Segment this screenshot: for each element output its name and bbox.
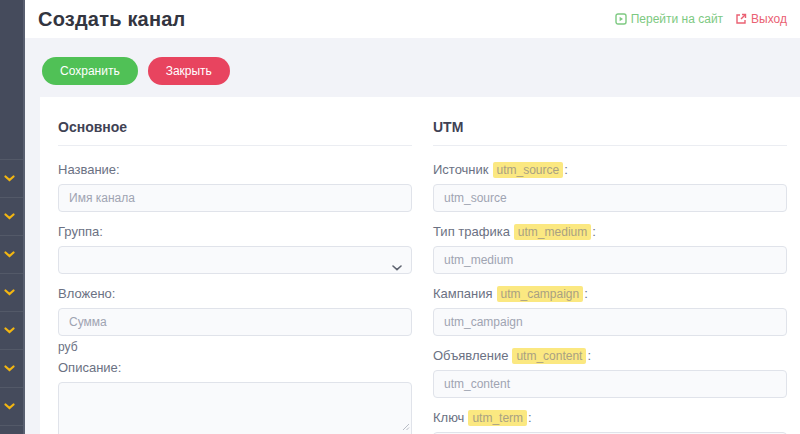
content-area: Сохранить Закрыть Основное Название: Гру… [25, 38, 800, 434]
close-button[interactable]: Закрыть [148, 57, 230, 85]
field-name: Название: [58, 162, 412, 212]
logout-link[interactable]: Выход [735, 12, 787, 26]
utm-source-input[interactable] [433, 184, 787, 212]
field-group: Группа: [58, 224, 412, 274]
description-label: Описание: [58, 360, 412, 376]
sidebar-item-3[interactable] [0, 235, 23, 273]
utm-term-label-colon: : [528, 410, 532, 425]
description-textarea[interactable] [58, 382, 412, 434]
utm-campaign-label: Кампанияutm_campaign: [433, 286, 787, 302]
utm-campaign-label-text: Кампания [433, 286, 493, 301]
field-utm-content: Объявлениеutm_content: [433, 348, 787, 398]
utm-campaign-highlight: utm_campaign [497, 286, 584, 302]
go-to-site-label: Перейти на сайт [631, 12, 723, 26]
create-channel-form-card: Основное Название: Группа: В [40, 97, 800, 434]
sidebar-item-8[interactable] [0, 425, 23, 434]
section-title-utm: UTM [433, 119, 787, 146]
utm-term-label-text: Ключ [433, 410, 464, 425]
invested-input[interactable] [58, 308, 412, 336]
utm-source-label-text: Источник [433, 162, 489, 177]
section-utm: UTM Источникutm_source: Тип трафикаutm_m… [433, 119, 787, 434]
utm-campaign-label-colon: : [584, 286, 588, 301]
chevron-down-icon [4, 365, 15, 372]
sidebar-item-4[interactable] [0, 273, 23, 311]
page-title: Создать канал [38, 8, 615, 31]
field-utm-campaign: Кампанияutm_campaign: [433, 286, 787, 336]
sidebar-item-7[interactable] [0, 387, 23, 425]
go-to-site-icon [615, 13, 627, 25]
field-utm-medium: Тип трафикаutm_medium: [433, 224, 787, 274]
chevron-down-icon [4, 213, 15, 220]
utm-content-highlight: utm_content [512, 348, 586, 364]
field-utm-term: Ключutm_term: [433, 410, 787, 434]
utm-medium-highlight: utm_medium [514, 224, 591, 240]
sidebar-top-spacer [0, 0, 23, 159]
utm-content-label: Объявлениеutm_content: [433, 348, 787, 364]
utm-medium-label: Тип трафикаutm_medium: [433, 224, 787, 240]
save-button[interactable]: Сохранить [42, 57, 138, 85]
sidebar-item-1[interactable] [0, 159, 23, 197]
section-main: Основное Название: Группа: В [58, 119, 412, 434]
logout-label: Выход [751, 12, 787, 26]
chevron-down-icon [4, 251, 15, 258]
utm-source-label: Источникutm_source: [433, 162, 787, 178]
utm-medium-input[interactable] [433, 246, 787, 274]
invested-label: Вложено: [58, 286, 412, 302]
field-utm-source: Источникutm_source: [433, 162, 787, 212]
utm-content-label-colon: : [587, 348, 591, 363]
group-select[interactable] [58, 246, 412, 274]
name-input[interactable] [58, 184, 412, 212]
main-fields: Название: Группа: Вложено: руб [58, 162, 412, 434]
utm-content-input[interactable] [433, 370, 787, 398]
action-toolbar: Сохранить Закрыть [25, 57, 800, 85]
utm-campaign-input[interactable] [433, 308, 787, 336]
chevron-down-icon [4, 289, 15, 296]
sidebar-item-2[interactable] [0, 197, 23, 235]
chevron-down-icon [4, 175, 15, 182]
utm-medium-label-colon: : [592, 224, 596, 239]
utm-term-label: Ключutm_term: [433, 410, 787, 426]
utm-term-highlight: utm_term [468, 410, 527, 426]
header-links: Перейти на сайт Выход [615, 12, 787, 26]
page-header: Создать канал Перейти на сайт Выход [25, 0, 800, 38]
sidebar-collapsed [0, 0, 25, 434]
utm-source-label-colon: : [564, 162, 568, 177]
sidebar-item-6[interactable] [0, 349, 23, 387]
logout-icon [735, 13, 747, 25]
chevron-down-icon [4, 327, 15, 334]
chevron-down-icon [4, 403, 15, 410]
description-textarea-wrap [58, 382, 412, 434]
currency-suffix: руб [58, 340, 412, 354]
utm-fields: Источникutm_source: Тип трафикаutm_mediu… [433, 162, 787, 434]
field-invested: Вложено: руб Описание: [58, 286, 412, 434]
utm-medium-label-text: Тип трафика [433, 224, 510, 239]
section-title-main: Основное [58, 119, 412, 146]
group-select-wrap [58, 246, 412, 274]
name-label: Название: [58, 162, 412, 178]
utm-source-highlight: utm_source [493, 162, 564, 178]
go-to-site-link[interactable]: Перейти на сайт [615, 12, 723, 26]
utm-content-label-text: Объявление [433, 348, 508, 363]
sidebar-item-5[interactable] [0, 311, 23, 349]
group-label: Группа: [58, 224, 412, 240]
